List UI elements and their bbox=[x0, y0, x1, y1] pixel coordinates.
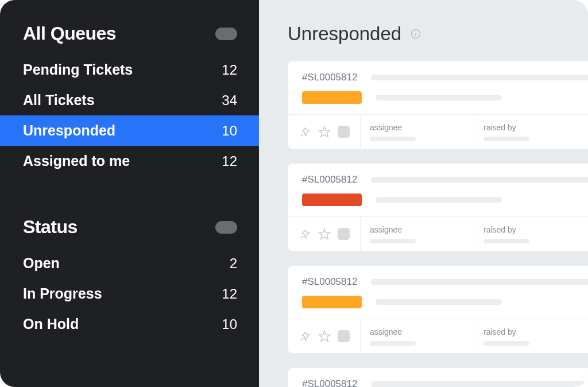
checkbox-icon[interactable] bbox=[338, 228, 350, 240]
assignee-value-placeholder bbox=[370, 341, 416, 346]
priority-pill bbox=[302, 296, 362, 308]
queues-item-count: 34 bbox=[222, 92, 237, 109]
pin-icon[interactable] bbox=[299, 330, 311, 343]
raisedby-value-placeholder bbox=[483, 341, 529, 346]
raisedby-cell: raised by bbox=[474, 115, 588, 149]
ticket-title-placeholder bbox=[371, 177, 588, 183]
ticket-top: #SL0005812 bbox=[288, 368, 588, 387]
info-icon[interactable] bbox=[411, 29, 421, 39]
queues-item-unresponded[interactable]: Unresponded10 bbox=[0, 115, 259, 146]
ticket-row-title: #SL0005812 bbox=[302, 276, 588, 288]
status-item-count: 12 bbox=[222, 286, 237, 302]
assignee-value-placeholder bbox=[370, 239, 416, 243]
ticket-id: #SL0005812 bbox=[302, 72, 357, 83]
assignee-cell: assignee bbox=[361, 115, 474, 149]
ticket-subtitle-placeholder bbox=[376, 299, 502, 305]
status-item-in-progress[interactable]: In Progress12 bbox=[0, 278, 259, 309]
checkbox-icon[interactable] bbox=[338, 330, 350, 342]
main-panel: Unresponded #SL0005812assigneeraised by#… bbox=[259, 0, 588, 387]
status-item-count: 2 bbox=[230, 256, 237, 272]
ticket-row-title: #SL0005812 bbox=[302, 72, 588, 83]
ticket-actions bbox=[288, 115, 361, 149]
svg-marker-4 bbox=[319, 126, 330, 136]
queues-list: Pending Tickets12All Tickets34Unresponde… bbox=[0, 55, 259, 176]
ticket-row-meta bbox=[302, 91, 588, 104]
star-icon[interactable] bbox=[318, 228, 331, 241]
raisedby-label: raised by bbox=[483, 225, 516, 234]
svg-line-7 bbox=[301, 338, 304, 340]
queues-item-label: Assigned to me bbox=[23, 153, 130, 169]
ticket-top: #SL0005812 bbox=[288, 164, 588, 216]
status-item-on-hold[interactable]: On Hold10 bbox=[0, 309, 259, 339]
ticket-title-placeholder bbox=[371, 75, 588, 80]
app-frame: All Queues Pending Tickets12All Tickets3… bbox=[0, 0, 588, 387]
ticket-card[interactable]: #SL0005812assigneeraised by bbox=[288, 61, 588, 149]
queues-item-label: Unresponded bbox=[23, 122, 115, 139]
queues-item-count: 12 bbox=[222, 62, 237, 78]
svg-line-5 bbox=[301, 235, 304, 238]
priority-pill bbox=[302, 194, 362, 206]
pin-icon[interactable] bbox=[299, 228, 311, 241]
main-header: Unresponded bbox=[288, 23, 588, 61]
star-icon[interactable] bbox=[318, 330, 331, 343]
ticket-title-placeholder bbox=[371, 381, 588, 387]
queues-toggle[interactable] bbox=[215, 28, 237, 40]
ticket-id: #SL0005812 bbox=[302, 378, 357, 387]
star-icon[interactable] bbox=[318, 126, 331, 138]
assignee-cell: assignee bbox=[361, 217, 474, 251]
priority-pill bbox=[302, 91, 362, 104]
ticket-card[interactable]: #SL0005812assigneeraised by bbox=[288, 265, 588, 354]
checkbox-icon[interactable] bbox=[338, 126, 350, 138]
queues-item-assigned-to-me[interactable]: Assigned to me12 bbox=[0, 146, 259, 176]
svg-line-3 bbox=[301, 133, 304, 136]
assignee-label: assignee bbox=[370, 225, 402, 234]
assignee-label: assignee bbox=[370, 123, 402, 132]
ticket-card[interactable]: #SL0005812assigneeraised by bbox=[288, 163, 588, 251]
raisedby-label: raised by bbox=[483, 327, 516, 336]
queues-item-label: Pending Tickets bbox=[23, 61, 133, 78]
svg-point-2 bbox=[416, 32, 416, 32]
status-list: Open2In Progress12On Hold10 bbox=[0, 248, 259, 339]
svg-marker-8 bbox=[319, 331, 330, 340]
ticket-row-title: #SL0005812 bbox=[302, 378, 588, 387]
raisedby-value-placeholder bbox=[483, 239, 529, 243]
ticket-actions bbox=[288, 319, 361, 353]
status-title: Status bbox=[23, 216, 78, 238]
queues-header: All Queues bbox=[0, 23, 259, 55]
ticket-footer: assigneeraised by bbox=[288, 216, 588, 251]
status-item-label: On Hold bbox=[23, 316, 79, 332]
queues-item-count: 12 bbox=[222, 153, 237, 169]
ticket-footer: assigneeraised by bbox=[288, 114, 588, 149]
sidebar: All Queues Pending Tickets12All Tickets3… bbox=[0, 0, 259, 387]
ticket-subtitle-placeholder bbox=[376, 197, 502, 203]
queues-item-pending-tickets[interactable]: Pending Tickets12 bbox=[0, 55, 259, 85]
raisedby-cell: raised by bbox=[474, 217, 588, 251]
raisedby-value-placeholder bbox=[483, 137, 529, 141]
assignee-label: assignee bbox=[370, 327, 402, 336]
ticket-title-placeholder bbox=[371, 279, 588, 285]
ticket-row-meta bbox=[302, 296, 588, 308]
ticket-top: #SL0005812 bbox=[288, 61, 588, 114]
ticket-subtitle-placeholder bbox=[376, 95, 502, 100]
ticket-footer: assigneeraised by bbox=[288, 319, 588, 353]
ticket-top: #SL0005812 bbox=[288, 266, 588, 319]
svg-marker-6 bbox=[319, 229, 330, 238]
pin-icon[interactable] bbox=[299, 126, 311, 138]
page-title: Unresponded bbox=[288, 23, 401, 45]
queues-item-label: All Tickets bbox=[23, 92, 95, 109]
status-item-label: In Progress bbox=[23, 285, 102, 302]
queues-item-count: 10 bbox=[222, 123, 237, 139]
ticket-list: #SL0005812assigneeraised by#SL0005812ass… bbox=[288, 61, 588, 387]
raisedby-label: raised by bbox=[483, 123, 516, 132]
status-item-open[interactable]: Open2 bbox=[0, 248, 259, 278]
queues-item-all-tickets[interactable]: All Tickets34 bbox=[0, 85, 259, 115]
assignee-value-placeholder bbox=[370, 137, 416, 141]
ticket-actions bbox=[288, 217, 361, 251]
ticket-row-meta bbox=[302, 194, 588, 206]
ticket-card[interactable]: #SL0005812assigneeraised by bbox=[288, 367, 588, 387]
ticket-id: #SL0005812 bbox=[302, 276, 357, 288]
raisedby-cell: raised by bbox=[474, 319, 588, 353]
queues-title: All Queues bbox=[23, 23, 116, 44]
status-toggle[interactable] bbox=[215, 221, 237, 234]
status-item-count: 10 bbox=[222, 316, 237, 332]
